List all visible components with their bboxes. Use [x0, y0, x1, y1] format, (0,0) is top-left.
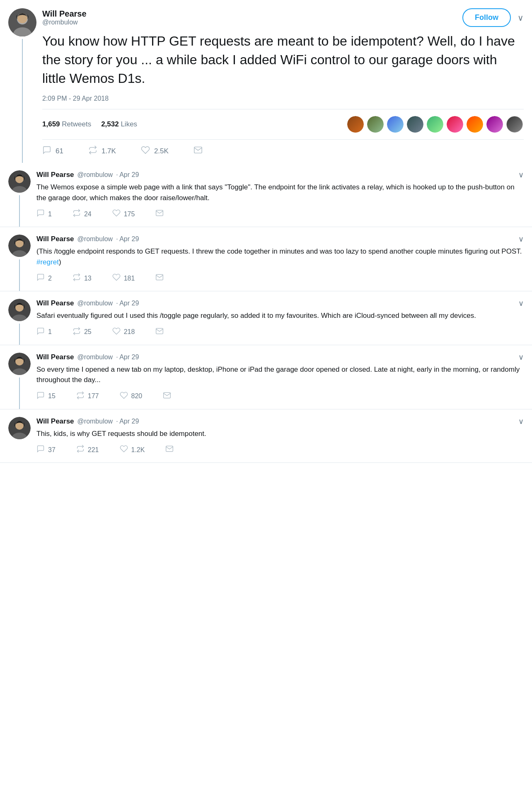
thread-retweet-action[interactable]: 221: [76, 445, 99, 455]
thread-reply-action[interactable]: 1: [36, 327, 52, 337]
thread-user-info: Will Pearse @rombulow · Apr 29: [36, 353, 139, 361]
main-tweet-handle[interactable]: @rombulow: [42, 19, 87, 26]
like-action[interactable]: 2.5K: [141, 145, 169, 157]
thread-tweet-handle: @rombulow: [77, 235, 113, 243]
thread-tweet-date: · Apr 29: [116, 171, 139, 179]
heart-icon: [141, 145, 150, 157]
likes-count[interactable]: 2,532 Likes: [101, 120, 137, 128]
thread-tweet-date: · Apr 29: [116, 300, 139, 307]
thread-avatar[interactable]: [8, 299, 31, 321]
thread-share-action[interactable]: [163, 391, 171, 402]
liker-avatar: [386, 115, 404, 133]
thread-reply-action[interactable]: 2: [36, 273, 52, 283]
thread-avatar[interactable]: [8, 170, 31, 193]
thread-chevron-icon[interactable]: ∨: [518, 235, 524, 244]
thread-user-info: Will Pearse @rombulow · Apr 29: [36, 299, 139, 307]
thread-reply-count: 2: [48, 275, 52, 282]
heart-icon: [112, 273, 121, 283]
retweet-icon: [73, 209, 81, 219]
thread-avatar[interactable]: [8, 417, 31, 439]
share-action[interactable]: [193, 145, 203, 157]
thread-chevron-icon[interactable]: ∨: [518, 353, 524, 362]
main-tweet-avatar[interactable]: [8, 8, 36, 36]
thread-tweet: Will Pearse @rombulow · Apr 29 ∨ The Wem…: [0, 163, 532, 227]
thread-like-action[interactable]: 1.2K: [120, 445, 145, 455]
liker-avatar: [466, 115, 484, 133]
main-tweet-content: Will Pearse @rombulow Follow ∨ You know …: [42, 8, 524, 163]
thread-chevron-icon[interactable]: ∨: [518, 299, 524, 308]
thread-tweet: Will Pearse @rombulow · Apr 29 ∨ So ever…: [0, 345, 532, 409]
retweet-icon: [88, 145, 97, 157]
thread-tweet-date: · Apr 29: [116, 235, 139, 243]
liker-avatar: [486, 115, 504, 133]
thread-avatar[interactable]: [8, 353, 31, 375]
thread-tweet-name[interactable]: Will Pearse: [36, 299, 74, 307]
thread-reply-action[interactable]: 1: [36, 209, 52, 219]
thread-like-action[interactable]: 175: [112, 209, 135, 219]
thread-tweet-name[interactable]: Will Pearse: [36, 417, 74, 426]
liker-avatar: [505, 115, 524, 133]
thread-tweet: Will Pearse @rombulow · Apr 29 ∨ (This /…: [0, 227, 532, 291]
reply-icon: [42, 145, 51, 157]
thread-tweet: Will Pearse @rombulow · Apr 29 ∨ This, k…: [0, 409, 532, 463]
thread-tweet-text: (This /toggle endpoint responds to GET r…: [36, 246, 524, 267]
thread-tweet-actions: 37 221: [36, 445, 524, 457]
main-tweet-name[interactable]: Will Pearse: [42, 9, 87, 19]
retweet-action[interactable]: 1.7K: [88, 145, 116, 157]
thread-left-column: [8, 299, 31, 345]
thread-connector-line: [19, 324, 20, 345]
follow-button[interactable]: Follow: [462, 8, 511, 27]
thread-avatar[interactable]: [8, 235, 31, 257]
thread-user-info: Will Pearse @rombulow · Apr 29: [36, 417, 139, 426]
reply-icon: [36, 209, 45, 219]
likers-avatars: [346, 115, 524, 133]
thread-tweet-actions: 1 25: [36, 327, 524, 339]
mail-icon: [163, 391, 171, 402]
thread-chevron-icon[interactable]: ∨: [518, 170, 524, 179]
thread-retweet-count: 221: [88, 446, 99, 454]
thread-share-action[interactable]: [155, 327, 164, 337]
mail-icon: [155, 327, 164, 337]
thread-like-action[interactable]: 820: [120, 391, 143, 402]
thread-retweet-action[interactable]: 24: [73, 209, 92, 219]
thread-connector-line: [19, 195, 20, 227]
thread-tweet-name[interactable]: Will Pearse: [36, 171, 74, 179]
thread-tweet-handle: @rombulow: [77, 300, 113, 307]
retweet-count[interactable]: 1,659 Retweets: [42, 120, 91, 128]
mail-icon: [155, 209, 164, 219]
thread-tweet-actions: 15 177: [36, 391, 524, 403]
thread-retweet-action[interactable]: 13: [73, 273, 92, 283]
liker-avatar: [426, 115, 444, 133]
chevron-down-icon[interactable]: ∨: [517, 13, 524, 23]
thread-retweet-action[interactable]: 177: [76, 391, 99, 402]
thread-tweet-handle: @rombulow: [77, 171, 113, 179]
thread-content: Will Pearse @rombulow · Apr 29 ∨ So ever…: [36, 353, 524, 409]
liker-avatar: [346, 115, 365, 133]
thread-tweet-text: This, kids, is why GET requests should b…: [36, 428, 524, 439]
thread-tweets-container: Will Pearse @rombulow · Apr 29 ∨ The Wem…: [0, 163, 532, 463]
thread-chevron-icon[interactable]: ∨: [518, 417, 524, 426]
main-tweet-header-right: Follow ∨: [462, 8, 524, 27]
thread-connector-line: [19, 259, 20, 291]
thread-tweet-header: Will Pearse @rombulow · Apr 29 ∨: [36, 170, 524, 179]
thread-tweet-header: Will Pearse @rombulow · Apr 29 ∨: [36, 299, 524, 308]
thread-share-action[interactable]: [165, 445, 174, 455]
thread-like-action[interactable]: 218: [112, 327, 135, 337]
thread-tweet-date: · Apr 29: [116, 353, 139, 361]
thread-left-column: [8, 170, 31, 227]
thread-tweet-name[interactable]: Will Pearse: [36, 353, 74, 361]
thread-tweet-text: Safari eventually figured out I used thi…: [36, 310, 524, 321]
thread-reply-action[interactable]: 37: [36, 445, 56, 455]
liker-avatar: [446, 115, 464, 133]
thread-connector-line: [19, 378, 20, 409]
thread-share-action[interactable]: [155, 273, 164, 283]
thread-like-action[interactable]: 181: [112, 273, 135, 283]
reply-count: 61: [56, 147, 63, 155]
reply-icon: [36, 445, 45, 455]
tweet-thread: Will Pearse @rombulow Follow ∨ You know …: [0, 0, 532, 463]
thread-tweet-name[interactable]: Will Pearse: [36, 235, 74, 243]
thread-retweet-action[interactable]: 25: [73, 327, 92, 337]
thread-reply-action[interactable]: 15: [36, 391, 56, 402]
reply-action[interactable]: 61: [42, 145, 63, 157]
thread-share-action[interactable]: [155, 209, 164, 219]
